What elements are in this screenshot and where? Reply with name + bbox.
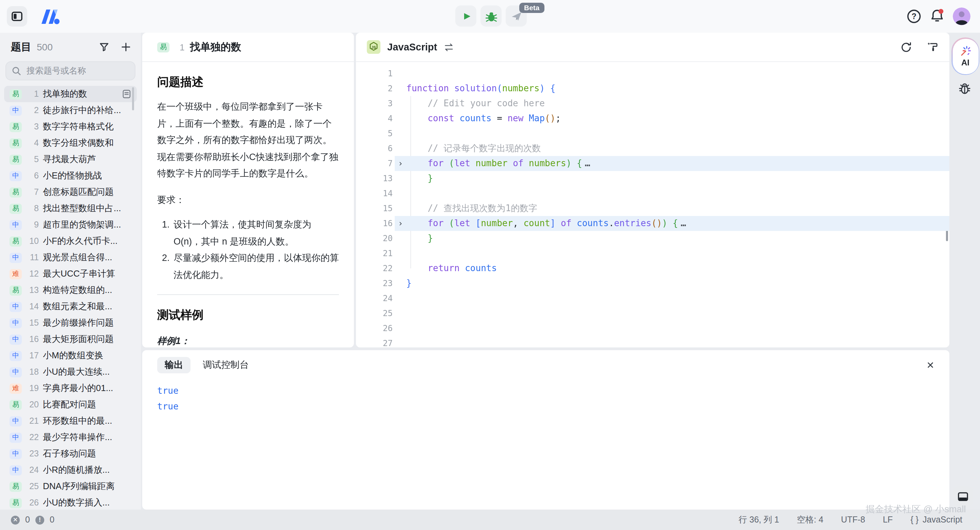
- problem-item-16[interactable]: 中16最大矩形面积问题: [4, 331, 137, 347]
- ai-assistant-button[interactable]: AI: [951, 37, 979, 75]
- code-text: const counts = new Map();: [406, 111, 561, 126]
- code-line-15[interactable]: 15 // 查找出现次数为1的数字: [356, 201, 950, 216]
- debug-button[interactable]: [480, 5, 501, 27]
- swap-arrows-icon: [444, 42, 454, 52]
- code-line-4[interactable]: 4 const counts = new Map();: [356, 111, 950, 126]
- add-problem-button[interactable]: [121, 42, 131, 53]
- description-doc-icon[interactable]: [122, 89, 131, 99]
- problem-item-26[interactable]: 易26小U的数字插入...: [4, 495, 137, 509]
- problem-item-10[interactable]: 易10小F的永久代币卡...: [4, 233, 137, 249]
- fold-chevron-icon[interactable]: ›: [395, 156, 406, 171]
- switch-language-button[interactable]: [444, 42, 454, 52]
- problem-item-18[interactable]: 中18小U的最大连续...: [4, 364, 137, 380]
- code-line-6[interactable]: 6 // 记录每个数字出现的次数: [356, 141, 950, 156]
- problem-item-number: 3: [27, 122, 39, 131]
- line-number: 13: [356, 171, 393, 186]
- problem-item-17[interactable]: 中17小M的数组变换: [4, 347, 137, 364]
- problem-item-title: 找出整型数组中占...: [43, 202, 121, 215]
- debug-panel-button[interactable]: [958, 82, 971, 95]
- run-button[interactable]: [455, 5, 476, 27]
- problem-item-12[interactable]: 难12最大UCC子串计算: [4, 266, 137, 282]
- fold-chevron-icon[interactable]: ›: [395, 216, 406, 231]
- code-line-2[interactable]: 2function solution(numbers) {: [356, 81, 950, 96]
- code-line-5[interactable]: 5: [356, 126, 950, 141]
- cursor-position[interactable]: 行 36, 列 1: [738, 514, 779, 525]
- problem-item-24[interactable]: 中24小R的随机播放...: [4, 462, 137, 478]
- reset-code-button[interactable]: [900, 41, 912, 53]
- problem-item-number: 20: [27, 400, 39, 409]
- code-line-25[interactable]: 25: [356, 306, 950, 321]
- requirements-list: 设计一个算法，使其时间复杂度为 O(n)，其中 n 是班级的人数。 尽量减少额外…: [157, 217, 339, 283]
- filter-button[interactable]: [99, 42, 110, 53]
- problem-item-6[interactable]: 中6小E的怪物挑战: [4, 168, 137, 184]
- sidebar-toggle-button[interactable]: [7, 6, 27, 27]
- language-status[interactable]: { } JavaScript: [911, 515, 962, 525]
- eol-setting[interactable]: LF: [883, 515, 892, 525]
- search-input[interactable]: [25, 65, 123, 76]
- sidebar-scrollbar[interactable]: [132, 87, 134, 110]
- problem-item-title: 最大UCC子串计算: [43, 268, 115, 280]
- problem-item-title: 寻找最大葫芦: [43, 153, 96, 166]
- encoding-setting[interactable]: UTF-8: [841, 515, 865, 525]
- code-line-27[interactable]: 27: [356, 336, 950, 347]
- code-line-1[interactable]: 1: [356, 66, 950, 81]
- code-area[interactable]: 12function solution(numbers) {3 // Edit …: [356, 62, 950, 347]
- problem-item-23[interactable]: 中23石子移动问题: [4, 445, 137, 462]
- avatar-icon: [953, 8, 970, 25]
- problem-item-title: 小E的怪物挑战: [43, 170, 102, 182]
- tab-output[interactable]: 输出: [157, 357, 191, 373]
- problem-item-13[interactable]: 易13构造特定数组的...: [4, 282, 137, 299]
- code-line-22[interactable]: 22 return counts: [356, 261, 950, 276]
- problem-item-1[interactable]: 易1找单独的数: [4, 86, 137, 102]
- problem-item-21[interactable]: 中21环形数组中的最...: [4, 413, 137, 429]
- code-line-13[interactable]: 13 }: [356, 171, 950, 186]
- search-icon: [11, 66, 21, 76]
- problem-item-number: 15: [27, 318, 39, 328]
- problem-item-20[interactable]: 易20比赛配对问题: [4, 396, 137, 413]
- problem-item-4[interactable]: 易4数字分组求偶数和: [4, 135, 137, 151]
- code-line-16[interactable]: 16› for (let [number, count] of counts.e…: [356, 216, 950, 231]
- problem-item-5[interactable]: 易5寻找最大葫芦: [4, 151, 137, 168]
- problem-count: 500: [37, 42, 53, 53]
- problem-item-19[interactable]: 难19字典序最小的01...: [4, 380, 137, 396]
- code-line-7[interactable]: 7› for (let number of numbers) {…: [356, 156, 950, 171]
- code-line-24[interactable]: 24: [356, 291, 950, 306]
- code-line-20[interactable]: 20 }: [356, 231, 950, 246]
- problem-item-3[interactable]: 易3数字字符串格式化: [4, 118, 137, 135]
- indentation-setting[interactable]: 空格: 4: [797, 514, 824, 525]
- problem-item-15[interactable]: 中15最少前缀操作问题: [4, 315, 137, 331]
- output-line: true: [157, 399, 934, 414]
- status-bar: ✕ 0 ! 0 行 36, 列 1 空格: 4 UTF-8 LF { } Jav…: [0, 509, 980, 530]
- problem-item-2[interactable]: 中2徒步旅行中的补给...: [4, 102, 137, 118]
- problem-sidebar: 题目 500 易1找单独的数中2徒步旅行中的补给...易3数字字符串格式化易4数…: [0, 33, 141, 509]
- problem-item-7[interactable]: 易7创意标题匹配问题: [4, 184, 137, 200]
- problem-item-number: 17: [27, 351, 39, 360]
- problem-item-22[interactable]: 中22最少字符串操作...: [4, 429, 137, 445]
- code-line-23[interactable]: 23}: [356, 276, 950, 291]
- section-title-description: 问题描述: [157, 76, 339, 89]
- notifications-button[interactable]: [930, 8, 945, 23]
- problem-item-8[interactable]: 易8找出整型数组中占...: [4, 200, 137, 217]
- problem-item-9[interactable]: 中9超市里的货物架调...: [4, 217, 137, 233]
- braces-icon: { }: [911, 515, 919, 525]
- code-line-26[interactable]: 26: [356, 321, 950, 336]
- close-output-button[interactable]: ✕: [927, 360, 934, 370]
- problem-item-title: 最少字符串操作...: [43, 431, 112, 444]
- code-line-21[interactable]: 21: [356, 246, 950, 261]
- errors-count: 0: [25, 515, 30, 525]
- problem-item-number: 25: [27, 482, 39, 491]
- format-code-button[interactable]: [927, 41, 939, 53]
- help-button[interactable]: ?: [907, 9, 921, 24]
- problem-item-title: 创意标题匹配问题: [43, 186, 114, 198]
- avatar[interactable]: [953, 8, 970, 25]
- warnings-count: 0: [50, 515, 54, 525]
- problem-item-title: 石子移动问题: [43, 448, 96, 460]
- code-line-14[interactable]: 14: [356, 186, 950, 201]
- problem-item-11[interactable]: 中11观光景点组合得...: [4, 249, 137, 266]
- problem-item-14[interactable]: 中14数组元素之和最...: [4, 299, 137, 315]
- app-logo[interactable]: [37, 8, 61, 25]
- tab-debug-console[interactable]: 调试控制台: [203, 359, 249, 371]
- difficulty-badge: 易: [10, 138, 22, 148]
- code-line-3[interactable]: 3 // Edit your code here: [356, 96, 950, 111]
- problem-item-25[interactable]: 易25DNA序列编辑距离: [4, 478, 137, 495]
